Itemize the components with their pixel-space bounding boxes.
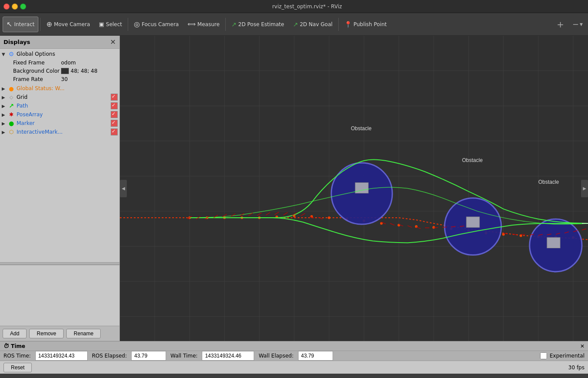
marker-checkbox[interactable] (111, 120, 118, 127)
ros-time-label: ROS Time: (3, 353, 31, 359)
wall-elapsed-input[interactable] (298, 351, 333, 361)
toolbar-dropdown[interactable]: − ▼ (570, 18, 585, 30)
marker-label: Marker (17, 120, 109, 126)
measure-tool[interactable]: ⟺ Measure (184, 17, 224, 32)
pose-array-checkbox[interactable] (111, 111, 118, 118)
svg-point-36 (432, 226, 435, 229)
time-panel-title: Time (11, 343, 25, 349)
svg-point-30 (328, 216, 330, 219)
path-checkbox[interactable] (111, 102, 118, 109)
left-panel-bottom (0, 265, 119, 326)
panel-buttons: Add Remove Rename (0, 326, 119, 341)
pose-array-item[interactable]: ▶ ✱ PoseArray (0, 110, 119, 119)
nav-goal-icon: ↗ (293, 21, 298, 28)
grid-checkbox[interactable] (111, 94, 118, 101)
publish-point-icon: 📍 (344, 21, 352, 28)
interactive-mark-checkbox[interactable] (111, 128, 118, 135)
global-options-label: Global Options (17, 51, 118, 57)
cursor-icon: ↖ (7, 20, 12, 28)
remove-button[interactable]: Remove (29, 329, 64, 338)
viewport-right-arrow[interactable]: ▶ (581, 180, 588, 197)
pose-estimate-icon: ↗ (231, 21, 237, 28)
global-options-item[interactable]: ▼ ⚙ Global Options (0, 50, 119, 58)
global-status-item[interactable]: ▶ ● Global Status: W... (0, 84, 119, 93)
svg-point-47 (331, 163, 392, 224)
pose-array-label: PoseArray (17, 111, 109, 118)
grid-label: Grid (17, 94, 109, 100)
maximize-button[interactable] (20, 3, 26, 10)
displays-close-button[interactable]: ✕ (110, 38, 116, 46)
svg-text:Obstacle: Obstacle (538, 179, 559, 185)
frame-rate-label: Frame Rate (13, 76, 61, 82)
bottom-bar: Reset 30 fps (0, 361, 588, 374)
3d-viewport[interactable]: Obstacle Obstacle Obstacle ◀ ▶ (120, 36, 588, 341)
focus-camera-label: Focus Camera (142, 21, 179, 27)
time-section-header: ⏱ Time ✕ (0, 341, 588, 351)
fixed-frame-row: Fixed Frame odom (0, 58, 119, 67)
svg-text:Obstacle: Obstacle (351, 125, 372, 132)
svg-rect-48 (355, 182, 368, 193)
measure-label: Measure (197, 21, 220, 27)
svg-line-75 (434, 227, 438, 228)
toolbar-sep-3 (225, 18, 226, 31)
grid-item[interactable]: ▶ ◇ Grid (0, 93, 119, 101)
grid-expand[interactable]: ▶ (2, 95, 6, 100)
interactive-mark-item[interactable]: ▶ ⬡ InteractiveMark... (0, 128, 119, 136)
interact-tool[interactable]: ↖ Interact (3, 17, 38, 32)
pose-estimate-tool[interactable]: ↗ 2D Pose Estimate (228, 17, 288, 32)
add-display-button[interactable]: + (553, 17, 568, 32)
pose-estimate-label: 2D Pose Estimate (238, 21, 284, 27)
ros-elapsed-input[interactable] (131, 351, 166, 361)
wall-time-input[interactable] (202, 351, 254, 361)
svg-point-41 (520, 234, 522, 237)
publish-point-tool[interactable]: 📍 Publish Point (340, 17, 391, 32)
interactive-mark-icon: ⬡ (8, 128, 15, 135)
close-button[interactable] (3, 3, 10, 10)
move-camera-tool[interactable]: ⊕ Move Camera (42, 17, 94, 32)
nav-goal-tool[interactable]: ↗ 2D Nav Goal (289, 17, 336, 32)
bg-color-swatch[interactable] (61, 68, 69, 74)
pose-array-expand[interactable]: ▶ (2, 112, 6, 117)
focus-camera-tool[interactable]: ◎ Focus Camera (130, 17, 183, 32)
left-panel: Displays ✕ ▼ ⚙ Global Options Fixed Fram… (0, 36, 120, 341)
minimize-button[interactable] (12, 3, 18, 10)
window-title: rviz_test_optim.rviz* - RViz (30, 3, 585, 10)
viewport-left-arrow[interactable]: ◀ (120, 180, 127, 197)
plus-icon: + (557, 19, 564, 30)
interactive-mark-expand[interactable]: ▶ (2, 130, 6, 135)
toolbar-sep-4 (338, 18, 339, 31)
main-toolbar: ↖ Interact ⊕ Move Camera ▣ Select ◎ Focu… (0, 13, 588, 36)
experimental-checkbox[interactable] (540, 352, 547, 359)
toolbar-sep-2 (128, 18, 128, 31)
fixed-frame-label: Fixed Frame (13, 60, 61, 66)
wall-time-label: Wall Time: (170, 353, 197, 359)
move-camera-label: Move Camera (54, 21, 90, 27)
global-status-expand[interactable]: ▶ (2, 86, 6, 91)
svg-line-76 (442, 227, 447, 227)
marker-item[interactable]: ▶ ● Marker (0, 119, 119, 128)
nav-goal-label: 2D Nav Goal (300, 21, 333, 27)
fps-label: 30 fps (568, 364, 585, 371)
clock-icon: ⏱ (3, 343, 9, 349)
focus-camera-icon: ◎ (134, 20, 140, 28)
select-tool[interactable]: ▣ Select (95, 17, 126, 32)
ros-elapsed-label: ROS Elapsed: (92, 353, 127, 359)
svg-line-82 (530, 234, 534, 235)
path-icon: ↗ (8, 102, 15, 109)
rename-button[interactable]: Rename (66, 329, 101, 338)
global-options-expand[interactable]: ▼ (2, 52, 6, 57)
right-chevron-icon: ▶ (583, 186, 586, 191)
svg-rect-52 (547, 237, 560, 248)
global-status-label: Global Status: W... (17, 85, 118, 91)
reset-button[interactable]: Reset (3, 363, 32, 372)
ros-time-input[interactable] (35, 351, 88, 361)
path-item[interactable]: ▶ ↗ Path (0, 101, 119, 110)
svg-text:Obstacle: Obstacle (462, 157, 483, 163)
window-controls[interactable] (3, 3, 26, 10)
time-panel-close-button[interactable]: ✕ (580, 343, 585, 349)
toolbar-sep-1 (40, 18, 41, 31)
marker-expand[interactable]: ▶ (2, 121, 6, 126)
add-button[interactable]: Add (3, 329, 27, 338)
global-options-section: ▼ ⚙ Global Options Fixed Frame odom Back… (0, 50, 119, 83)
path-expand[interactable]: ▶ (2, 104, 6, 108)
